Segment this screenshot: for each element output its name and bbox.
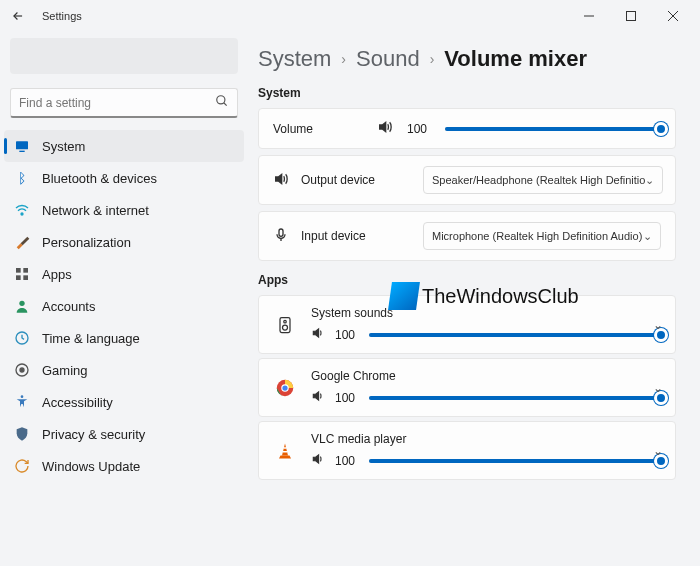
svg-point-8 <box>21 213 23 215</box>
speaker-icon <box>273 171 289 190</box>
app-row-vlc[interactable]: VLC media player 100 ⌄ <box>258 421 676 480</box>
input-device-value: Microphone (Realtek High Definition Audi… <box>432 230 642 242</box>
app-volume-value: 100 <box>335 328 359 342</box>
sidebar-item-time[interactable]: Time & language <box>4 322 244 354</box>
wifi-icon <box>14 202 30 218</box>
system-sounds-icon <box>273 315 297 335</box>
card-input-device: Input device Microphone (Realtek High De… <box>258 211 676 261</box>
volume-slider[interactable] <box>445 127 661 131</box>
svg-point-25 <box>282 385 287 390</box>
speaker-icon[interactable] <box>377 119 393 138</box>
svg-rect-27 <box>283 451 288 453</box>
chevron-down-icon: ⌄ <box>645 174 654 187</box>
profile-block[interactable] <box>10 38 238 74</box>
titlebar: Settings <box>0 0 700 32</box>
display-icon <box>14 138 30 154</box>
svg-rect-10 <box>23 268 28 273</box>
sidebar-item-update[interactable]: Windows Update <box>4 450 244 482</box>
input-device-label: Input device <box>301 229 411 243</box>
speaker-icon[interactable] <box>311 389 325 406</box>
app-volume-slider[interactable] <box>369 459 661 463</box>
app-volume-slider[interactable] <box>369 396 661 400</box>
chevron-down-icon: ⌄ <box>643 230 652 243</box>
output-device-label: Output device <box>301 173 411 187</box>
chevron-right-icon: › <box>341 51 346 67</box>
input-device-select[interactable]: Microphone (Realtek High Definition Audi… <box>423 222 661 250</box>
brush-icon <box>14 234 30 250</box>
sidebar-item-label: Bluetooth & devices <box>42 171 157 186</box>
sidebar: System ᛒ Bluetooth & devices Network & i… <box>0 32 248 566</box>
breadcrumb-system[interactable]: System <box>258 46 331 72</box>
breadcrumb: System › Sound › Volume mixer <box>258 46 676 72</box>
apps-icon <box>14 266 30 282</box>
card-volume: Volume 100 <box>258 108 676 149</box>
sidebar-item-network[interactable]: Network & internet <box>4 194 244 226</box>
gaming-icon <box>14 362 30 378</box>
clock-icon <box>14 330 30 346</box>
accessibility-icon <box>14 394 30 410</box>
sidebar-item-bluetooth[interactable]: ᛒ Bluetooth & devices <box>4 162 244 194</box>
card-output-device: Output device Speaker/Headphone (Realtek… <box>258 155 676 205</box>
app-name: VLC media player <box>311 432 661 446</box>
output-device-value: Speaker/Headphone (Realtek High Definiti… <box>432 174 645 186</box>
close-button[interactable] <box>652 3 694 29</box>
app-name: System sounds <box>311 306 661 320</box>
sidebar-item-label: System <box>42 139 85 154</box>
output-device-select[interactable]: Speaker/Headphone (Realtek High Definiti… <box>423 166 663 194</box>
minimize-button[interactable] <box>568 3 610 29</box>
svg-rect-18 <box>279 229 283 236</box>
speaker-icon[interactable] <box>311 326 325 343</box>
section-apps-heading: Apps <box>258 273 676 287</box>
window-title: Settings <box>42 10 82 22</box>
svg-rect-1 <box>627 12 636 21</box>
svg-point-17 <box>21 395 24 398</box>
svg-point-13 <box>19 301 24 306</box>
search-box[interactable] <box>10 88 238 118</box>
maximize-button[interactable] <box>610 3 652 29</box>
sidebar-item-apps[interactable]: Apps <box>4 258 244 290</box>
app-row-system-sounds[interactable]: System sounds 100 ⌄ <box>258 295 676 354</box>
search-input[interactable] <box>19 96 215 110</box>
bluetooth-icon: ᛒ <box>14 170 30 186</box>
svg-point-16 <box>20 368 24 372</box>
sidebar-item-label: Accounts <box>42 299 95 314</box>
sidebar-item-label: Time & language <box>42 331 140 346</box>
speaker-icon[interactable] <box>311 452 325 469</box>
app-volume-slider[interactable] <box>369 333 661 337</box>
accounts-icon <box>14 298 30 314</box>
chevron-down-icon[interactable]: ⌄ <box>653 318 663 332</box>
sidebar-item-label: Accessibility <box>42 395 113 410</box>
svg-point-4 <box>217 96 225 104</box>
sidebar-item-label: Gaming <box>42 363 88 378</box>
breadcrumb-sound[interactable]: Sound <box>356 46 420 72</box>
main-content: System › Sound › Volume mixer System Vol… <box>248 32 700 566</box>
svg-line-5 <box>224 103 227 106</box>
app-row-chrome[interactable]: Google Chrome 100 ⌄ <box>258 358 676 417</box>
app-volume-value: 100 <box>335 391 359 405</box>
svg-rect-7 <box>19 151 24 152</box>
sidebar-item-accounts[interactable]: Accounts <box>4 290 244 322</box>
app-name: Google Chrome <box>311 369 661 383</box>
app-body: System ᛒ Bluetooth & devices Network & i… <box>0 32 700 566</box>
sidebar-item-label: Network & internet <box>42 203 149 218</box>
chevron-down-icon[interactable]: ⌄ <box>653 444 663 458</box>
chevron-down-icon[interactable]: ⌄ <box>653 381 663 395</box>
sidebar-item-accessibility[interactable]: Accessibility <box>4 386 244 418</box>
volume-value: 100 <box>407 122 431 136</box>
sidebar-item-privacy[interactable]: Privacy & security <box>4 418 244 450</box>
update-icon <box>14 458 30 474</box>
svg-point-21 <box>283 325 288 330</box>
chevron-right-icon: › <box>430 51 435 67</box>
sidebar-item-system[interactable]: System <box>4 130 244 162</box>
back-button[interactable] <box>6 4 30 28</box>
microphone-icon <box>273 227 289 246</box>
chrome-icon <box>273 379 297 397</box>
svg-rect-6 <box>16 141 28 149</box>
sidebar-item-gaming[interactable]: Gaming <box>4 354 244 386</box>
vlc-icon <box>273 442 297 460</box>
svg-point-22 <box>284 320 287 323</box>
section-system-heading: System <box>258 86 676 100</box>
shield-icon <box>14 426 30 442</box>
sidebar-item-personalization[interactable]: Personalization <box>4 226 244 258</box>
breadcrumb-current: Volume mixer <box>444 46 587 72</box>
